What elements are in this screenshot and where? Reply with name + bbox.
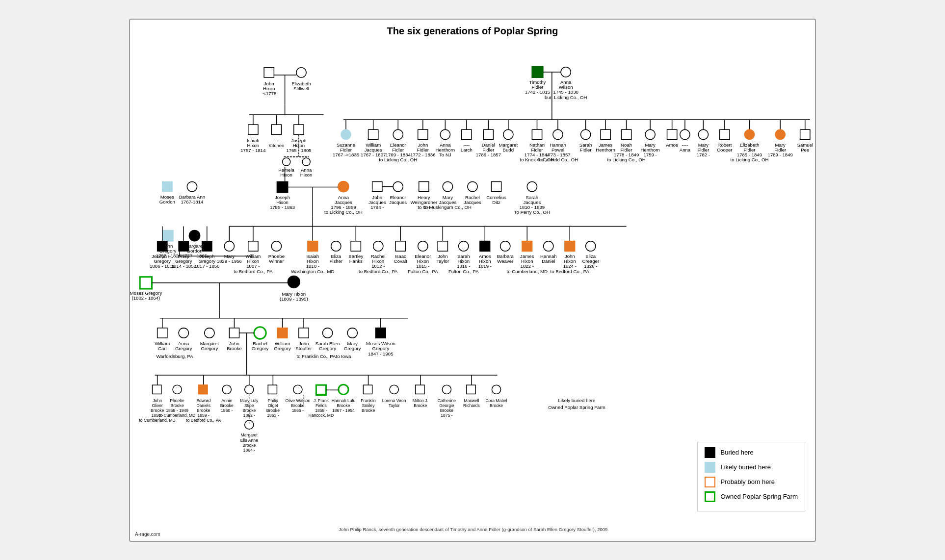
svg-point-424 xyxy=(492,385,500,394)
svg-text:to Licking Co., OH: to Licking Co., OH xyxy=(607,156,646,162)
chart-area: John Hixon -<1778 Elizabeth Stillwell Ti… xyxy=(130,41,815,541)
svg-text:Kitchen: Kitchen xyxy=(268,142,284,148)
svg-text:to Muskingum Co., OH: to Muskingum Co., OH xyxy=(424,204,472,210)
svg-text:Brooke: Brooke xyxy=(227,346,241,351)
svg-text:to Iowa: to Iowa xyxy=(336,353,351,358)
svg-text:1826 -: 1826 - xyxy=(584,263,597,269)
legend-label-probably-born: Probably born here xyxy=(720,478,775,485)
svg-text:To Perry Co., OH: To Perry Co., OH xyxy=(514,209,550,215)
svg-text:Milton J.: Milton J. xyxy=(413,398,428,403)
svg-text:to Licking Co., OH: to Licking Co., OH xyxy=(379,156,417,162)
svg-text:(1809 - 1895): (1809 - 1895) xyxy=(280,296,308,302)
svg-text:1817 - 1856: 1817 - 1856 xyxy=(194,263,219,269)
svg-point-92 xyxy=(553,129,563,139)
svg-point-320 xyxy=(254,327,266,338)
svg-text:Annie: Annie xyxy=(221,398,232,403)
svg-text:To NJ: To NJ xyxy=(439,152,451,157)
svg-point-313 xyxy=(205,328,214,337)
svg-text:Georgie: Georgie xyxy=(439,403,454,407)
svg-rect-73 xyxy=(462,129,472,139)
svg-text:Taylor: Taylor xyxy=(389,403,400,407)
svg-text:1858 - 1949: 1858 - 1949 xyxy=(166,407,188,412)
svg-text:Brooke: Brooke xyxy=(291,403,304,407)
svg-text:to Bedford Co., PA: to Bedford Co., PA xyxy=(551,268,590,274)
svg-rect-32 xyxy=(294,125,304,134)
svg-text:John: John xyxy=(153,398,162,403)
svg-text:Catherine: Catherine xyxy=(438,398,456,403)
svg-text:Daniels: Daniels xyxy=(196,403,210,407)
svg-text:Fulton Co., PA: Fulton Co., PA xyxy=(408,268,438,274)
page-title: The six generations of Poplar Spring xyxy=(130,20,815,41)
svg-text:bur: Licking Co., OH: bur: Licking Co., OH xyxy=(545,94,587,100)
svg-rect-147 xyxy=(162,181,172,191)
svg-point-263 xyxy=(459,241,469,251)
svg-text:1782 -: 1782 - xyxy=(697,152,710,157)
svg-rect-77 xyxy=(483,129,493,139)
svg-text:1767 ->1835: 1767 ->1835 xyxy=(333,152,359,157)
svg-rect-361 xyxy=(199,385,208,394)
svg-point-355 xyxy=(173,385,182,394)
svg-text:Amos: Amos xyxy=(666,142,678,147)
svg-text:Brooke: Brooke xyxy=(414,403,427,407)
svg-point-254 xyxy=(418,241,428,251)
svg-text:Olive Watson: Olive Watson xyxy=(286,398,311,403)
svg-rect-306 xyxy=(158,328,167,337)
svg-point-185 xyxy=(443,181,452,191)
svg-rect-242 xyxy=(351,241,361,251)
svg-rect-215 xyxy=(202,241,212,251)
svg-text:Hixon: Hixon xyxy=(300,172,313,178)
svg-rect-52 xyxy=(368,129,378,139)
svg-text:Gregory: Gregory xyxy=(175,346,192,351)
svg-point-409 xyxy=(442,385,451,394)
svg-point-367 xyxy=(222,385,231,394)
svg-point-150 xyxy=(187,181,197,191)
svg-text:1865 -: 1865 - xyxy=(292,407,304,412)
svg-point-229 xyxy=(271,241,281,251)
svg-rect-387 xyxy=(316,385,326,395)
svg-text:Phoebe: Phoebe xyxy=(170,398,184,403)
svg-text:Ella Anne: Ella Anne xyxy=(240,437,258,442)
svg-text:Gregory: Gregory xyxy=(319,346,336,351)
svg-rect-86 xyxy=(532,129,542,139)
legend-icon-probably-born xyxy=(705,477,715,487)
svg-text:(1802 - 1864): (1802 - 1864) xyxy=(132,295,160,301)
svg-text:to Franklin Co., PA: to Franklin Co., PA xyxy=(296,353,336,358)
svg-text:Franklin: Franklin xyxy=(361,398,376,403)
svg-point-38 xyxy=(283,157,290,165)
svg-text:Stillwell: Stillwell xyxy=(293,86,309,91)
svg-rect-269 xyxy=(480,241,490,251)
svg-text:Henthorn: Henthorn xyxy=(596,147,615,152)
svg-text:Winner: Winner xyxy=(269,258,284,264)
legend-icon-likely-buried xyxy=(705,462,715,473)
svg-text:1772 - 1836: 1772 - 1836 xyxy=(410,152,435,157)
svg-rect-251 xyxy=(395,241,405,251)
svg-rect-349 xyxy=(153,385,161,394)
svg-text:1767-1814: 1767-1814 xyxy=(181,199,204,204)
svg-text:1759 -: 1759 - xyxy=(644,152,657,157)
svg-rect-324 xyxy=(277,328,287,337)
svg-point-6 xyxy=(296,67,306,77)
svg-text:Oliver: Oliver xyxy=(152,403,163,407)
svg-rect-23 xyxy=(248,125,258,134)
svg-text:1867 - 1954: 1867 - 1954 xyxy=(332,407,355,412)
svg-text:Cora Mabel: Cora Mabel xyxy=(485,398,507,403)
svg-point-414 xyxy=(245,420,254,429)
svg-text:Brooke: Brooke xyxy=(220,403,234,407)
legend-icon-owned xyxy=(705,491,715,502)
svg-text:Warfordsburg, PA: Warfordsburg, PA xyxy=(156,353,193,358)
svg-rect-28 xyxy=(271,125,281,134)
svg-text:Hixon: Hixon xyxy=(280,172,292,178)
svg-point-189 xyxy=(468,181,477,191)
svg-point-157 xyxy=(189,230,200,241)
svg-text:to Cumberland, MD: to Cumberland, MD xyxy=(159,412,195,417)
svg-text:Jacques: Jacques xyxy=(464,199,481,204)
svg-text:Brooke: Brooke xyxy=(490,403,503,407)
svg-text:1858 -: 1858 - xyxy=(315,407,327,412)
svg-text:1789 - 1849: 1789 - 1849 xyxy=(768,152,793,157)
svg-text:Brooke: Brooke xyxy=(337,403,350,407)
svg-text:Brooke: Brooke xyxy=(242,442,256,447)
svg-rect-260 xyxy=(438,241,447,251)
svg-text:1875 -: 1875 - xyxy=(441,412,452,417)
svg-point-245 xyxy=(373,241,383,251)
svg-text:to Cumberland, MD: to Cumberland, MD xyxy=(139,418,175,423)
